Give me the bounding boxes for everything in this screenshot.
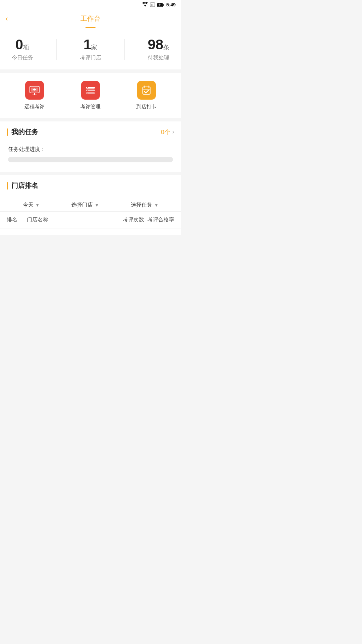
stats-divider-2 — [124, 39, 125, 60]
th-name: 门店名称 — [27, 216, 114, 223]
remote-eval-icon — [29, 86, 40, 95]
remote-eval-label: 远程考评 — [24, 104, 45, 110]
eval-mgmt-label: 考评管理 — [80, 104, 101, 110]
action-store-checkin[interactable]: 到店打卡 — [136, 81, 157, 110]
progress-label: 任务处理进度： — [8, 146, 173, 153]
table-header: 排名 门店名称 考评次数 考评合格率 — [0, 211, 181, 228]
store-ranking-bar — [7, 182, 8, 190]
filter-date-arrow: ▼ — [36, 203, 40, 208]
stat-pending-number: 98条 — [148, 38, 170, 52]
my-tasks-bar — [7, 128, 8, 136]
store-checkin-icon — [141, 85, 152, 95]
stat-pending: 98条 待我处理 — [148, 38, 170, 61]
filter-store-label: 选择门店 — [71, 202, 93, 209]
filter-task-button[interactable]: 选择任务 ▼ — [131, 202, 158, 209]
store-ranking-section: 门店排名 今天 ▼ 选择门店 ▼ 选择任务 ▼ 排名 门店名称 考评次数 考评合… — [0, 175, 181, 235]
store-checkin-icon-bg — [137, 81, 156, 100]
filter-task-label: 选择任务 — [131, 202, 152, 209]
stat-eval-stores-number: 1家 — [83, 38, 97, 52]
battery-icon — [157, 3, 164, 7]
status-bar: 5:49 — [0, 0, 181, 9]
stat-pending-label: 待我处理 — [148, 54, 169, 61]
status-time: 5:49 — [166, 2, 176, 7]
filter-store-arrow: ▼ — [95, 203, 99, 208]
filter-date-label: 今天 — [23, 202, 34, 209]
eval-mgmt-icon-bg — [81, 81, 100, 100]
status-icons — [142, 2, 164, 7]
stats-divider-1 — [56, 39, 57, 60]
wifi-icon — [142, 2, 148, 7]
quick-actions: 远程考评 考评管理 到店打卡 — [0, 73, 181, 118]
page-title: 工作台 — [80, 14, 101, 23]
eval-mgmt-icon — [85, 86, 96, 95]
stat-eval-stores-unit: 家 — [91, 44, 97, 51]
stat-eval-stores-label: 考评门店 — [80, 54, 101, 61]
svg-rect-16 — [143, 87, 150, 94]
remote-eval-icon-bg — [25, 81, 44, 100]
filter-date-button[interactable]: 今天 ▼ — [23, 202, 40, 209]
store-ranking-title: 门店排名 — [11, 181, 38, 190]
app-header: ‹ 工作台 — [0, 9, 181, 28]
stat-today-tasks-number: 0项 — [15, 38, 29, 52]
store-checkin-label: 到店打卡 — [136, 104, 157, 110]
back-button[interactable]: ‹ — [5, 14, 8, 23]
my-tasks-title-wrap: 我的任务 — [7, 127, 38, 137]
svg-marker-0 — [144, 5, 146, 7]
action-eval-mgmt[interactable]: 考评管理 — [80, 81, 101, 110]
store-ranking-title-wrap: 门店排名 — [7, 181, 38, 190]
th-rank: 排名 — [7, 216, 27, 223]
svg-point-15 — [87, 93, 88, 94]
my-tasks-count-wrap[interactable]: 0个 › — [161, 128, 174, 136]
my-tasks-title: 我的任务 — [11, 127, 38, 137]
svg-rect-1 — [150, 3, 155, 7]
stat-today-tasks: 0项 今日任务 — [12, 38, 33, 61]
stats-section: 0项 今日任务 1家 考评门店 98条 待我处理 — [0, 28, 181, 69]
my-tasks-section: 我的任务 0个 › 任务处理进度： — [0, 121, 181, 172]
filter-store-button[interactable]: 选择门店 ▼ — [71, 202, 99, 209]
stat-eval-stores: 1家 考评门店 — [80, 38, 101, 61]
title-underline — [85, 27, 96, 28]
stat-pending-unit: 条 — [163, 44, 169, 51]
my-tasks-header: 我的任务 0个 › — [0, 121, 181, 143]
th-rate: 考评合格率 — [144, 216, 174, 223]
action-remote-eval[interactable]: 远程考评 — [24, 81, 45, 110]
sim-icon — [150, 2, 155, 7]
svg-point-13 — [87, 87, 88, 88]
task-progress-wrap: 任务处理进度： — [0, 143, 181, 172]
th-count: 考评次数 — [114, 216, 144, 223]
svg-point-14 — [87, 90, 88, 91]
filter-row: 今天 ▼ 选择门店 ▼ 选择任务 ▼ — [0, 196, 181, 211]
my-tasks-chevron: › — [172, 128, 174, 136]
store-ranking-header: 门店排名 — [0, 175, 181, 196]
stat-today-tasks-label: 今日任务 — [12, 54, 33, 61]
progress-bar-bg — [8, 157, 173, 162]
my-tasks-count: 0个 — [161, 128, 170, 136]
filter-task-arrow: ▼ — [154, 203, 158, 208]
stat-today-tasks-unit: 项 — [23, 44, 29, 51]
